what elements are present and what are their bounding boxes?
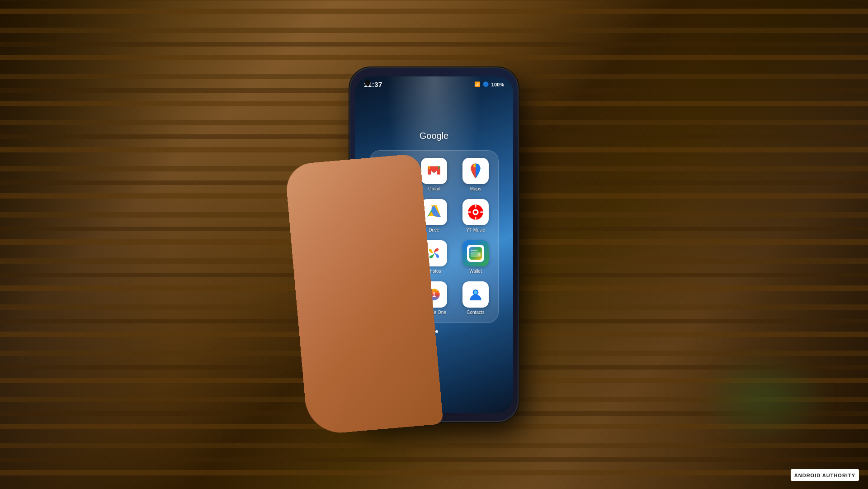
wallet-label: Wallet xyxy=(469,269,481,274)
svg-rect-17 xyxy=(480,211,483,213)
svg-rect-27 xyxy=(471,250,478,251)
svg-point-41 xyxy=(474,290,477,294)
svg-point-13 xyxy=(474,210,477,214)
svg-rect-14 xyxy=(475,204,476,208)
contacts-icon xyxy=(462,281,489,308)
gmail-label: Gmail xyxy=(428,186,440,192)
drive-label: Drive xyxy=(429,228,439,233)
battery-text: 100% xyxy=(491,82,504,87)
app-ytmusic[interactable]: YT Music xyxy=(462,199,489,233)
greenery-blur xyxy=(696,353,832,444)
bluetooth-icon: 🔵 xyxy=(483,81,489,87)
svg-rect-15 xyxy=(475,217,476,220)
watermark: ANDROID AUTHORITY xyxy=(791,469,859,481)
status-bar: 11:37 📶 🔵 100% xyxy=(355,76,513,93)
wallet-icon xyxy=(462,240,489,266)
watermark-box: ANDROID AUTHORITY xyxy=(791,469,859,481)
app-maps[interactable]: Maps xyxy=(462,158,489,192)
svg-text:1: 1 xyxy=(432,290,436,298)
watermark-text: ANDROID AUTHORITY xyxy=(794,473,855,478)
maps-label: Maps xyxy=(470,186,481,192)
hand xyxy=(284,153,443,436)
app-gmail[interactable]: Gmail xyxy=(421,158,447,192)
ytmusic-icon xyxy=(462,199,489,225)
maps-icon xyxy=(462,158,489,184)
front-camera xyxy=(365,80,370,85)
svg-rect-16 xyxy=(468,211,471,213)
status-icons: 📶 🔵 100% xyxy=(474,81,504,87)
phone-scene: 11:37 📶 🔵 100% Google xyxy=(350,68,518,421)
svg-point-28 xyxy=(478,253,481,256)
ytmusic-label: YT Music xyxy=(466,228,485,233)
dot-2 xyxy=(435,330,438,333)
signal-icon: 📶 xyxy=(474,81,481,87)
gmail-icon xyxy=(421,158,447,184)
app-wallet[interactable]: Wallet xyxy=(462,240,489,274)
folder-title: Google xyxy=(420,131,449,141)
contacts-label: Contacts xyxy=(467,310,484,315)
app-contacts[interactable]: Contacts xyxy=(462,281,489,315)
